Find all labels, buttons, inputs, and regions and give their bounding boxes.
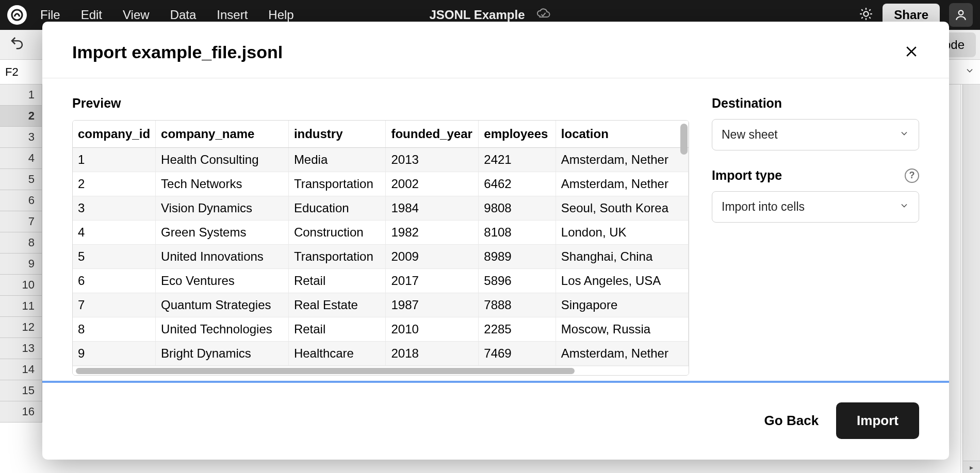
table-cell[interactable]: Retail — [288, 317, 386, 342]
table-cell[interactable]: 2009 — [386, 245, 479, 269]
table-cell[interactable]: 2018 — [386, 342, 479, 366]
table-cell[interactable]: Media — [288, 148, 386, 172]
column-header[interactable]: founded_year — [386, 121, 479, 148]
column-header[interactable]: location — [556, 121, 688, 148]
vertical-scrollbar-thumb[interactable] — [680, 124, 688, 155]
account-button[interactable] — [949, 3, 973, 27]
row-header[interactable]: 2 — [0, 106, 42, 127]
table-cell[interactable]: Education — [288, 196, 386, 221]
table-row[interactable]: 6Eco VenturesRetail20175896Los Angeles, … — [73, 269, 689, 293]
table-cell[interactable]: Transportation — [288, 172, 386, 196]
table-cell[interactable]: 1984 — [386, 196, 479, 221]
table-cell[interactable]: United Technologies — [156, 317, 289, 342]
cell-reference[interactable]: F2 — [5, 65, 36, 79]
close-button[interactable] — [904, 44, 919, 61]
table-cell[interactable]: 9 — [73, 342, 156, 366]
table-row[interactable]: 2Tech NetworksTransportation20026462Amst… — [73, 172, 689, 196]
table-cell[interactable]: Amsterdam, Nether — [556, 172, 688, 196]
table-cell[interactable]: 1 — [73, 148, 156, 172]
import-button[interactable]: Import — [836, 402, 919, 439]
table-cell[interactable]: Transportation — [288, 245, 386, 269]
app-logo[interactable] — [7, 5, 27, 25]
row-header[interactable]: 3 — [0, 127, 42, 148]
table-cell[interactable]: 1982 — [386, 221, 479, 245]
destination-select[interactable]: New sheet — [712, 119, 919, 150]
table-cell[interactable]: 2 — [73, 172, 156, 196]
table-cell[interactable]: 4 — [73, 221, 156, 245]
table-cell[interactable]: 8108 — [479, 221, 556, 245]
menu-help[interactable]: Help — [268, 8, 293, 22]
table-cell[interactable]: 2421 — [479, 148, 556, 172]
preview-scroll[interactable]: company_idcompany_nameindustryfounded_ye… — [73, 121, 689, 366]
row-header[interactable]: 16 — [0, 401, 42, 423]
row-header[interactable]: 9 — [0, 254, 42, 275]
undo-icon[interactable] — [9, 35, 25, 54]
menu-view[interactable]: View — [123, 8, 150, 22]
horizontal-scrollbar-track[interactable] — [73, 366, 689, 375]
table-cell[interactable]: 2010 — [386, 317, 479, 342]
menu-edit[interactable]: Edit — [81, 8, 102, 22]
table-cell[interactable]: Amsterdam, Nether — [556, 148, 688, 172]
table-row[interactable]: 5United InnovationsTransportation2009898… — [73, 245, 689, 269]
table-cell[interactable]: 5 — [73, 245, 156, 269]
table-cell[interactable]: Real Estate — [288, 293, 386, 317]
table-cell[interactable]: 7469 — [479, 342, 556, 366]
table-cell[interactable]: Tech Networks — [156, 172, 289, 196]
row-header[interactable]: 13 — [0, 338, 42, 359]
row-header[interactable]: 12 — [0, 317, 42, 338]
table-cell[interactable]: 5896 — [479, 269, 556, 293]
horizontal-scroll-right-icon[interactable]: ▸ — [962, 461, 980, 473]
table-cell[interactable]: Health Consulting — [156, 148, 289, 172]
table-cell[interactable]: 8989 — [479, 245, 556, 269]
table-cell[interactable]: 2002 — [386, 172, 479, 196]
table-cell[interactable]: United Innovations — [156, 245, 289, 269]
table-cell[interactable]: Shanghai, China — [556, 245, 688, 269]
row-header[interactable]: 15 — [0, 380, 42, 401]
menu-data[interactable]: Data — [170, 8, 197, 22]
table-cell[interactable]: 2017 — [386, 269, 479, 293]
table-cell[interactable]: Retail — [288, 269, 386, 293]
document-title[interactable]: JSONL Example — [430, 8, 525, 22]
table-cell[interactable]: Singapore — [556, 293, 688, 317]
row-header[interactable]: 14 — [0, 359, 42, 380]
table-cell[interactable]: Los Angeles, USA — [556, 269, 688, 293]
row-header[interactable]: 5 — [0, 169, 42, 190]
table-cell[interactable]: London, UK — [556, 221, 688, 245]
table-cell[interactable]: 6462 — [479, 172, 556, 196]
row-header[interactable]: 11 — [0, 296, 42, 317]
table-cell[interactable]: Moscow, Russia — [556, 317, 688, 342]
table-row[interactable]: 9Bright DynamicsHealthcare20187469Amster… — [73, 342, 689, 366]
table-cell[interactable]: 7888 — [479, 293, 556, 317]
table-cell[interactable]: 8 — [73, 317, 156, 342]
import-type-select[interactable]: Import into cells — [712, 191, 919, 223]
theme-toggle-icon[interactable] — [859, 7, 873, 23]
table-cell[interactable]: Healthcare — [288, 342, 386, 366]
table-cell[interactable]: Bright Dynamics — [156, 342, 289, 366]
table-cell[interactable]: Seoul, South Korea — [556, 196, 688, 221]
table-row[interactable]: 1Health ConsultingMedia20132421Amsterdam… — [73, 148, 689, 172]
formula-expand-icon[interactable] — [965, 65, 975, 78]
table-cell[interactable]: 1987 — [386, 293, 479, 317]
horizontal-scrollbar-thumb[interactable] — [76, 368, 575, 374]
table-cell[interactable]: 2285 — [479, 317, 556, 342]
go-back-button[interactable]: Go Back — [764, 413, 819, 429]
table-row[interactable]: 8United TechnologiesRetail20102285Moscow… — [73, 317, 689, 342]
row-header[interactable]: 8 — [0, 232, 42, 254]
table-cell[interactable]: 7 — [73, 293, 156, 317]
row-header[interactable]: 4 — [0, 148, 42, 169]
table-row[interactable]: 7Quantum StrategiesReal Estate19877888Si… — [73, 293, 689, 317]
table-cell[interactable]: Green Systems — [156, 221, 289, 245]
row-header[interactable]: 6 — [0, 190, 42, 211]
table-cell[interactable]: Construction — [288, 221, 386, 245]
column-header[interactable]: employees — [479, 121, 556, 148]
table-cell[interactable]: Vision Dynamics — [156, 196, 289, 221]
help-icon[interactable]: ? — [905, 168, 919, 183]
row-header[interactable]: 1 — [0, 85, 42, 106]
row-header[interactable]: 10 — [0, 275, 42, 296]
row-header[interactable]: 7 — [0, 211, 42, 232]
table-cell[interactable]: 6 — [73, 269, 156, 293]
table-row[interactable]: 3Vision DynamicsEducation19849808Seoul, … — [73, 196, 689, 221]
menu-insert[interactable]: Insert — [217, 8, 248, 22]
table-cell[interactable]: 3 — [73, 196, 156, 221]
column-header[interactable]: company_id — [73, 121, 156, 148]
